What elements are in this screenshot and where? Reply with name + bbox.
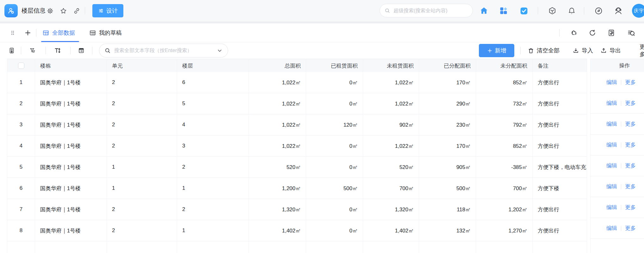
settings-gear-icon[interactable] bbox=[46, 0, 54, 21]
cell-total: 1,200㎡ bbox=[249, 178, 306, 199]
cell-rented: 0㎡ bbox=[306, 93, 363, 114]
column-header-total[interactable]: 总面积 bbox=[249, 59, 306, 72]
design-button[interactable]: 设计 bbox=[92, 4, 123, 17]
support-headset-icon[interactable] bbox=[614, 0, 623, 21]
edit-link[interactable]: 编辑 bbox=[606, 99, 617, 107]
divider bbox=[41, 0, 41, 21]
sheet-icon bbox=[89, 29, 96, 36]
filter-icon[interactable] bbox=[29, 42, 36, 59]
drag-grid-icon[interactable] bbox=[9, 23, 16, 42]
global-search-input[interactable] bbox=[393, 8, 468, 14]
row-more-link[interactable]: 更多 bbox=[625, 162, 636, 169]
column-header-remark[interactable]: 备注 bbox=[533, 59, 587, 72]
cell-floor: 1 bbox=[177, 220, 249, 241]
column-header-unit[interactable]: 单元 bbox=[107, 59, 177, 72]
select-all-cell bbox=[7, 59, 35, 72]
apps-grid-icon[interactable] bbox=[499, 0, 508, 21]
edit-link[interactable]: 编辑 bbox=[606, 162, 617, 169]
edit-link[interactable]: 编辑 bbox=[606, 225, 617, 232]
table-row[interactable]: 2国奥华府｜1号楼251,022㎡0㎡1,022㎡290㎡732㎡方便出行 bbox=[7, 93, 587, 114]
edit-link[interactable]: 编辑 bbox=[606, 183, 617, 190]
action-row: 编辑更多 bbox=[590, 135, 644, 155]
search-records-icon[interactable] bbox=[627, 23, 635, 42]
cell-remark: 方便出行 bbox=[533, 199, 587, 220]
row-more-link[interactable]: 更多 bbox=[625, 141, 636, 148]
global-search[interactable] bbox=[380, 4, 473, 17]
tasks-check-icon[interactable] bbox=[519, 0, 529, 21]
cell-unrented: 1,022㎡ bbox=[363, 136, 419, 156]
action-divider bbox=[621, 163, 621, 168]
row-number: 5 bbox=[7, 157, 35, 178]
table-row[interactable]: 8国奥华府｜1号楼211,402㎡0㎡1,402㎡132㎡1,270㎡方便出行 bbox=[7, 220, 587, 241]
action-row: 编辑更多 bbox=[590, 176, 644, 197]
add-view-button[interactable] bbox=[24, 23, 32, 42]
home-icon[interactable] bbox=[480, 0, 488, 21]
cell-building: 国奥华府｜1号楼 bbox=[35, 136, 107, 156]
row-more-link[interactable]: 更多 bbox=[625, 99, 636, 107]
row-more-link[interactable]: 更多 bbox=[625, 120, 636, 128]
user-avatar[interactable]: 庆宇 bbox=[632, 4, 644, 18]
table-row[interactable]: 4国奥华府｜1号楼231,022㎡0㎡1,022㎡170㎡852㎡方便出行 bbox=[7, 136, 587, 157]
edit-link[interactable]: 编辑 bbox=[606, 141, 617, 148]
toolbar-more-button[interactable]: 更多 bbox=[640, 43, 644, 58]
column-header-unalloc[interactable]: 未分配面积 bbox=[476, 59, 533, 72]
cell-unit: 2 bbox=[107, 199, 177, 220]
table-row[interactable]: 6国奥华府｜1号楼111,200㎡500㎡700㎡500㎡700㎡方便下楼 bbox=[7, 178, 587, 199]
column-header-building[interactable]: 楼栋 bbox=[35, 59, 107, 72]
column-header-rented[interactable]: 已租赁面积 bbox=[306, 59, 363, 72]
action-column: 操作 编辑更多编辑更多编辑更多编辑更多编辑更多编辑更多编辑更多编辑更多 bbox=[590, 59, 644, 253]
cell-floor: 2 bbox=[177, 199, 249, 220]
add-record-button[interactable]: 新增 bbox=[479, 44, 514, 57]
select-all-checkbox[interactable] bbox=[18, 63, 24, 69]
cell-total: 1,022㎡ bbox=[249, 136, 306, 156]
chevron-down-icon[interactable] bbox=[217, 48, 223, 54]
table-row[interactable]: 3国奥华府｜1号楼241,022㎡120㎡902㎡230㎡792㎡方便出行 bbox=[7, 114, 587, 136]
card-view-icon[interactable] bbox=[78, 42, 85, 59]
column-header-actions: 操作 bbox=[590, 59, 644, 72]
column-header-unrented[interactable]: 未租赁面积 bbox=[363, 59, 419, 72]
table-row[interactable]: 5国奥华府｜1号楼12520㎡0㎡520㎡905㎡-385㎡方便下楼，电动车充 bbox=[7, 157, 587, 178]
row-more-link[interactable]: 更多 bbox=[625, 225, 636, 232]
notifications-bell-icon[interactable] bbox=[567, 0, 576, 21]
edit-link[interactable]: 编辑 bbox=[606, 204, 617, 211]
plus-icon bbox=[487, 48, 492, 53]
column-header-floor[interactable]: 楼层 bbox=[177, 59, 249, 72]
row-more-link[interactable]: 更多 bbox=[625, 79, 636, 86]
cell-unrented: 1,402㎡ bbox=[363, 220, 419, 241]
cell-total: 1,402㎡ bbox=[249, 220, 306, 241]
tab-my-drafts[interactable]: 我的草稿 bbox=[89, 29, 122, 37]
record-log-icon[interactable] bbox=[607, 23, 616, 42]
table-row[interactable]: 7国奥华府｜1号楼221,320㎡0㎡1,320㎡118㎡1,202㎡方便出行 bbox=[7, 199, 587, 220]
export-button[interactable]: 导出 bbox=[600, 47, 621, 54]
table-row[interactable]: 1国奥华府｜1号楼261,022㎡0㎡1,022㎡170㎡852㎡方便出行 bbox=[7, 72, 587, 93]
tab-all-data[interactable]: 全部数据 bbox=[42, 29, 75, 37]
help-compass-icon[interactable] bbox=[594, 0, 603, 21]
import-button[interactable]: 导入 bbox=[573, 47, 593, 54]
clear-all-button[interactable]: 清空全部 bbox=[528, 47, 560, 54]
action-row: 编辑更多 bbox=[590, 93, 644, 114]
favorite-star-icon[interactable] bbox=[60, 0, 67, 21]
share-link-icon[interactable] bbox=[73, 0, 80, 21]
cell-floor: 5 bbox=[177, 93, 249, 114]
refresh-icon[interactable] bbox=[588, 23, 597, 42]
field-display-icon[interactable] bbox=[8, 42, 15, 59]
cell-alloc: 170㎡ bbox=[419, 72, 476, 93]
row-number: 4 bbox=[7, 136, 35, 156]
cell-rented: 0㎡ bbox=[306, 72, 363, 93]
edit-link[interactable]: 编辑 bbox=[606, 79, 617, 86]
row-height-icon[interactable] bbox=[54, 42, 61, 59]
cell-unalloc: 1,270㎡ bbox=[476, 220, 533, 241]
recycle-bin-icon[interactable] bbox=[569, 23, 578, 42]
table-search-input[interactable] bbox=[114, 47, 214, 54]
workbench-cube-icon[interactable] bbox=[548, 0, 557, 21]
row-more-link[interactable]: 更多 bbox=[625, 183, 636, 190]
table-body: 1国奥华府｜1号楼261,022㎡0㎡1,022㎡170㎡852㎡方便出行2国奥… bbox=[7, 72, 587, 253]
divider bbox=[70, 42, 71, 59]
row-more-link[interactable]: 更多 bbox=[625, 204, 636, 211]
table-search[interactable] bbox=[99, 44, 228, 57]
column-header-alloc[interactable]: 已分配面积 bbox=[419, 59, 476, 72]
cell-building: 国奥华府｜1号楼 bbox=[35, 199, 107, 220]
action-divider bbox=[621, 205, 621, 210]
active-tab-underline bbox=[41, 41, 79, 42]
edit-link[interactable]: 编辑 bbox=[606, 120, 617, 128]
